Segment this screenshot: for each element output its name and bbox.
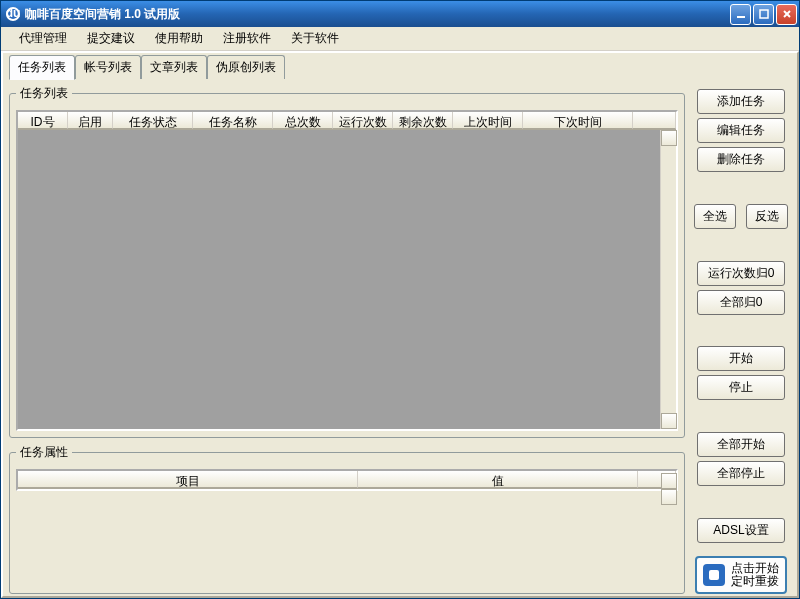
stop-icon: [703, 564, 725, 586]
svg-rect-4: [760, 10, 768, 18]
adsl-settings-button[interactable]: ADSL设置: [697, 518, 785, 543]
tab-accountlist[interactable]: 帐号列表: [75, 55, 141, 79]
svg-text:du: du: [6, 6, 21, 20]
stop-all-button[interactable]: 全部停止: [697, 461, 785, 486]
window-controls: [730, 4, 797, 25]
prop-col-0[interactable]: 项目: [18, 471, 358, 488]
left-column: 任务列表 ID号启用任务状态任务名称总次数运行次数剩余次数上次时间下次时间 任务…: [9, 85, 685, 594]
tab-tasklist[interactable]: 任务列表: [9, 55, 75, 80]
prop-column-header[interactable]: 项目值: [18, 471, 676, 489]
tab-pseudolist[interactable]: 伪原创列表: [207, 55, 285, 79]
redial-label: 点击开始 定时重拨: [731, 562, 779, 588]
add-task-button[interactable]: 添加任务: [697, 89, 785, 114]
invert-select-button[interactable]: 反选: [746, 204, 788, 229]
task-col-3[interactable]: 任务名称: [193, 112, 273, 129]
task-col-4[interactable]: 总次数: [273, 112, 333, 129]
edit-task-button[interactable]: 编辑任务: [697, 118, 785, 143]
task-col-5[interactable]: 运行次数: [333, 112, 393, 129]
menu-suggest[interactable]: 提交建议: [77, 27, 145, 50]
task-column-header[interactable]: ID号启用任务状态任务名称总次数运行次数剩余次数上次时间下次时间: [18, 112, 676, 130]
close-button[interactable]: [776, 4, 797, 25]
task-col-2[interactable]: 任务状态: [113, 112, 193, 129]
maximize-button[interactable]: [753, 4, 774, 25]
task-col-0[interactable]: ID号: [18, 112, 68, 129]
tasklist-legend: 任务列表: [16, 85, 72, 102]
task-col-6[interactable]: 剩余次数: [393, 112, 453, 129]
task-col-7[interactable]: 上次时间: [453, 112, 523, 129]
main-panel: 任务列表 ID号启用任务状态任务名称总次数运行次数剩余次数上次时间下次时间 任务…: [3, 79, 797, 599]
tasklist-group: 任务列表 ID号启用任务状态任务名称总次数运行次数剩余次数上次时间下次时间: [9, 85, 685, 438]
menu-register[interactable]: 注册软件: [213, 27, 281, 50]
menu-bar: 代理管理 提交建议 使用帮助 注册软件 关于软件: [1, 27, 799, 51]
task-listview[interactable]: ID号启用任务状态任务名称总次数运行次数剩余次数上次时间下次时间: [16, 110, 678, 431]
prop-col-1[interactable]: 值: [358, 471, 638, 488]
stop-button[interactable]: 停止: [697, 375, 785, 400]
menu-help[interactable]: 使用帮助: [145, 27, 213, 50]
window-title: 咖啡百度空间营销 1.0 试用版: [25, 6, 730, 23]
scrollbar-vertical[interactable]: [660, 130, 676, 429]
reset-all-button[interactable]: 全部归0: [697, 290, 785, 315]
app-icon: du: [5, 6, 21, 22]
svg-rect-3: [737, 16, 745, 18]
taskprop-group: 任务属性 项目值: [9, 444, 685, 594]
client-area: 任务列表 帐号列表 文章列表 伪原创列表 任务列表 ID号启用任务状态任务名称总…: [1, 51, 799, 598]
reset-runcount-button[interactable]: 运行次数归0: [697, 261, 785, 286]
task-col-1[interactable]: 启用: [68, 112, 113, 129]
menu-about[interactable]: 关于软件: [281, 27, 349, 50]
menu-proxy[interactable]: 代理管理: [9, 27, 77, 50]
title-bar: du 咖啡百度空间营销 1.0 试用版: [1, 1, 799, 27]
right-column: 添加任务 编辑任务 删除任务 全选 反选 运行次数归0 全部归0 开始 停止 全…: [691, 85, 791, 594]
taskprop-legend: 任务属性: [16, 444, 72, 461]
start-button[interactable]: 开始: [697, 346, 785, 371]
tab-articlelist[interactable]: 文章列表: [141, 55, 207, 79]
redial-button[interactable]: 点击开始 定时重拨: [695, 556, 787, 594]
start-all-button[interactable]: 全部开始: [697, 432, 785, 457]
prop-listview[interactable]: 项目值: [16, 469, 678, 491]
delete-task-button[interactable]: 删除任务: [697, 147, 785, 172]
tab-strip: 任务列表 帐号列表 文章列表 伪原创列表: [9, 55, 797, 79]
select-all-button[interactable]: 全选: [694, 204, 736, 229]
task-col-8[interactable]: 下次时间: [523, 112, 633, 129]
minimize-button[interactable]: [730, 4, 751, 25]
